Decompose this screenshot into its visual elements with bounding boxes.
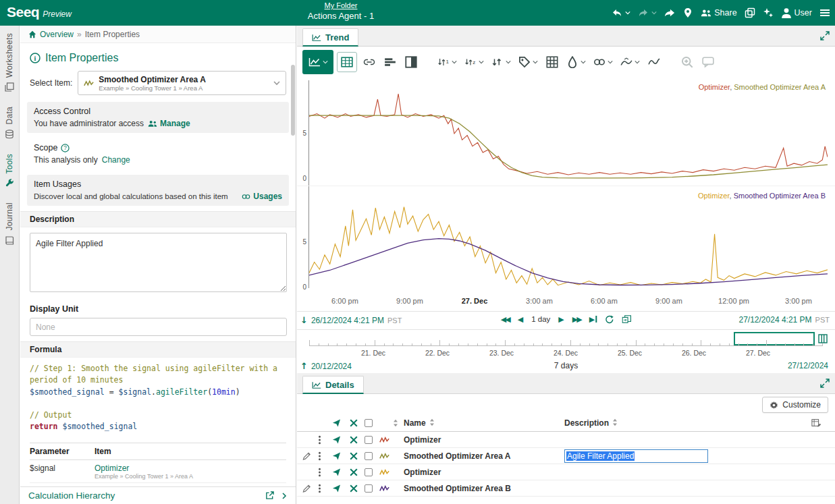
item-name[interactable]: Optimizer: [404, 468, 441, 477]
step-back-button[interactable]: ◀: [518, 315, 523, 324]
sort-color-icon[interactable]: [393, 419, 398, 427]
share-button[interactable]: Share: [700, 6, 737, 20]
select-all-checkbox[interactable]: [365, 419, 373, 427]
item-checkbox[interactable]: [365, 468, 373, 476]
step-back-fast-button[interactable]: ◀◀: [501, 315, 510, 324]
capsule-time-button[interactable]: [381, 52, 399, 72]
breadcrumb-overview-link[interactable]: Overview: [40, 30, 74, 39]
step-forward-fast-button[interactable]: ▶▶: [572, 315, 581, 324]
item-forward-icon[interactable]: [332, 484, 341, 493]
remove-all-icon[interactable]: [350, 419, 358, 427]
dimming-button[interactable]: [645, 52, 663, 72]
usages-link[interactable]: Usages: [242, 192, 282, 201]
edit-description-icon[interactable]: [302, 451, 311, 460]
undo-button[interactable]: [611, 6, 631, 20]
zoom-button[interactable]: [678, 52, 696, 72]
location-button[interactable]: [682, 6, 694, 20]
one-lane-button[interactable]: 1: [435, 52, 459, 72]
customize-button[interactable]: Customize: [762, 397, 828, 413]
user-menu-button[interactable]: User: [780, 6, 813, 20]
labels-button[interactable]: [516, 52, 540, 72]
legend-series-name[interactable]: Smoothed Optimizer Area B: [734, 192, 826, 200]
description-column-header[interactable]: Description: [564, 418, 618, 428]
timeline-selection[interactable]: [734, 332, 814, 345]
item-forward-icon[interactable]: [332, 451, 341, 460]
gridlines-button[interactable]: [543, 52, 561, 72]
range-start-arrow-icon[interactable]: ↓: [300, 315, 308, 325]
sidebar-tab-worksheets[interactable]: Worksheets: [0, 26, 19, 99]
investigate-start[interactable]: 20/12/2024: [311, 362, 352, 371]
timebar-columns-icon[interactable]: [818, 334, 828, 343]
item-select-dropdown[interactable]: Smoothed Optimizer Area A Example » Cool…: [78, 71, 286, 95]
send-all-icon[interactable]: [332, 418, 341, 427]
external-link-icon[interactable]: [265, 491, 274, 500]
item-name[interactable]: Smoothed Optimizer Area A: [404, 451, 510, 461]
trend-chart-lane-2[interactable]: [309, 186, 828, 295]
scope-change-link[interactable]: Change: [102, 155, 130, 165]
investigate-start-arrow-icon[interactable]: ↑: [300, 361, 308, 371]
panel-scrollbar[interactable]: [291, 65, 295, 136]
sidebar-tab-journal[interactable]: Journal: [0, 195, 19, 252]
chevron-right-icon[interactable]: [281, 493, 288, 499]
remove-item-icon[interactable]: [350, 436, 358, 444]
item-menu-icon[interactable]: [318, 484, 321, 493]
sort-description-icon[interactable]: [612, 418, 618, 426]
legend-series-name[interactable]: Smoothed Optimizer Area A: [734, 83, 826, 91]
annotate-button[interactable]: [699, 52, 717, 72]
item-menu-icon[interactable]: [318, 468, 321, 477]
one-axis-button[interactable]: z: [462, 52, 486, 72]
lane-height-button[interactable]: [489, 52, 513, 72]
range-start[interactable]: 26/12/2024 4:21 PM: [311, 316, 384, 325]
question-icon[interactable]: ?: [61, 144, 70, 152]
item-checkbox[interactable]: [365, 452, 373, 460]
remove-item-icon[interactable]: [350, 468, 358, 476]
timeline-track[interactable]: [309, 345, 822, 346]
display-unit-input[interactable]: [30, 318, 287, 336]
chain-view-button[interactable]: [360, 52, 378, 72]
item-name[interactable]: Optimizer: [404, 435, 441, 445]
trend-lane-1[interactable]: Optimizer, Smoothed Optimizer Area A 50: [297, 78, 835, 186]
investigate-span[interactable]: 7 days: [554, 361, 578, 370]
manage-access-link[interactable]: Manage: [148, 119, 190, 128]
remove-item-icon[interactable]: [350, 452, 358, 460]
range-end[interactable]: 27/12/2024 4:21 PM: [739, 315, 812, 325]
assistant-button[interactable]: [762, 6, 774, 20]
item-forward-icon[interactable]: [332, 468, 341, 476]
calculation-hierarchy-label[interactable]: Calculation Hierarchy: [28, 491, 115, 501]
item-checkbox[interactable]: [365, 436, 373, 444]
description-edit-input[interactable]: Agile Filter Applied: [564, 449, 708, 463]
expand-trend-icon[interactable]: [820, 31, 830, 40]
range-duration[interactable]: 1 day: [531, 315, 550, 323]
connect-samples-button[interactable]: [591, 52, 615, 72]
legend-series-name[interactable]: Optimizer: [698, 192, 729, 200]
timeline-scrubber[interactable]: [297, 330, 835, 349]
calculation-hierarchy-footer[interactable]: Calculation Hierarchy: [20, 486, 296, 504]
sidebar-tab-tools[interactable]: Tools: [0, 146, 19, 196]
copy-range-icon[interactable]: [622, 314, 631, 324]
tab-details[interactable]: Details: [302, 376, 364, 394]
samples-display-button[interactable]: [564, 52, 588, 72]
trend-view-button[interactable]: [302, 50, 333, 74]
worksheet-title[interactable]: Actions Agent - 1: [284, 11, 398, 21]
sort-name-icon[interactable]: [429, 418, 435, 426]
item-name[interactable]: Smoothed Optimizer Area B: [404, 484, 511, 493]
name-column-header[interactable]: Name: [404, 418, 435, 428]
expand-details-icon[interactable]: [820, 379, 830, 388]
item-menu-icon[interactable]: [318, 435, 321, 445]
home-icon[interactable]: [28, 30, 36, 38]
forward-button[interactable]: [664, 6, 676, 20]
legend-series-name[interactable]: Optimizer: [699, 83, 730, 91]
windows-button[interactable]: [744, 6, 756, 20]
my-folder-link[interactable]: My Folder: [284, 1, 398, 9]
description-textarea[interactable]: Agile Filter Applied: [30, 233, 287, 292]
remove-item-icon[interactable]: [350, 484, 358, 493]
item-checkbox[interactable]: [365, 484, 373, 493]
auto-update-icon[interactable]: [605, 315, 614, 324]
redo-button[interactable]: [637, 6, 657, 20]
trend-chart-lane-1[interactable]: [309, 78, 828, 186]
item-forward-icon[interactable]: [332, 435, 341, 444]
tab-trend[interactable]: Trend: [302, 28, 358, 47]
investigate-end[interactable]: 27/12/2024: [788, 361, 828, 370]
parameter-item-link[interactable]: Optimizer: [95, 464, 129, 473]
step-forward-button[interactable]: ▶: [558, 315, 564, 324]
